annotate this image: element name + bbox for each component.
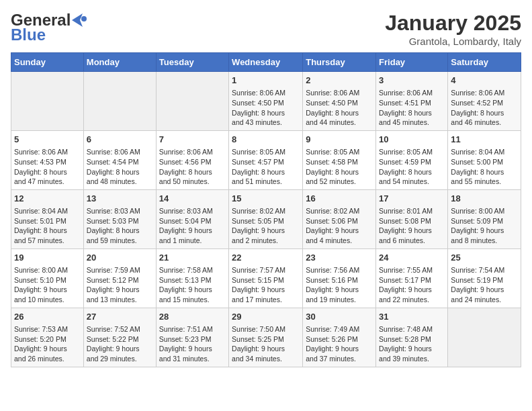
- calendar-cell: 12Sunrise: 8:04 AM Sunset: 5:01 PM Dayli…: [11, 189, 84, 248]
- day-info: Sunrise: 8:04 AM Sunset: 5:00 PM Dayligh…: [451, 147, 518, 187]
- calendar-cell: 26Sunrise: 7:53 AM Sunset: 5:20 PM Dayli…: [11, 308, 84, 367]
- calendar-cell: 16Sunrise: 8:02 AM Sunset: 5:06 PM Dayli…: [303, 189, 376, 248]
- day-number: 5: [14, 134, 81, 146]
- day-info: Sunrise: 8:06 AM Sunset: 4:56 PM Dayligh…: [159, 147, 226, 187]
- day-info: Sunrise: 7:49 AM Sunset: 5:26 PM Dayligh…: [306, 324, 373, 364]
- calendar-cell: [83, 72, 156, 131]
- calendar-week-2: 5Sunrise: 8:06 AM Sunset: 4:53 PM Daylig…: [11, 130, 521, 189]
- calendar-cell: 31Sunrise: 7:48 AM Sunset: 5:28 PM Dayli…: [376, 308, 448, 367]
- logo-bird-icon: [72, 13, 87, 27]
- calendar-cell: 6Sunrise: 8:06 AM Sunset: 4:54 PM Daylig…: [83, 130, 156, 189]
- calendar-cell: 24Sunrise: 7:55 AM Sunset: 5:17 PM Dayli…: [376, 248, 448, 308]
- day-number: 4: [451, 75, 518, 87]
- weekday-header-monday: Monday: [83, 53, 156, 72]
- title-block: January 2025 Grantola, Lombardy, Italy: [385, 11, 521, 47]
- weekday-header-row: SundayMondayTuesdayWednesdayThursdayFrid…: [11, 53, 521, 72]
- calendar-week-3: 12Sunrise: 8:04 AM Sunset: 5:01 PM Dayli…: [11, 189, 521, 248]
- calendar-cell: 13Sunrise: 8:03 AM Sunset: 5:03 PM Dayli…: [83, 189, 156, 248]
- calendar-cell: [156, 72, 228, 131]
- day-number: 7: [159, 134, 226, 146]
- logo: General Blue: [11, 11, 87, 44]
- svg-point-1: [81, 16, 87, 21]
- day-number: 28: [159, 311, 226, 323]
- day-number: 1: [232, 75, 300, 87]
- day-number: 22: [232, 252, 300, 264]
- day-number: 2: [306, 75, 373, 87]
- day-info: Sunrise: 8:03 AM Sunset: 5:03 PM Dayligh…: [87, 206, 153, 246]
- day-number: 3: [379, 75, 445, 87]
- calendar-cell: [11, 72, 84, 131]
- calendar-week-5: 26Sunrise: 7:53 AM Sunset: 5:20 PM Dayli…: [11, 308, 521, 367]
- calendar-cell: 25Sunrise: 7:54 AM Sunset: 5:19 PM Dayli…: [448, 248, 521, 308]
- day-number: 14: [159, 193, 226, 205]
- calendar-cell: 28Sunrise: 7:51 AM Sunset: 5:23 PM Dayli…: [156, 308, 228, 367]
- day-info: Sunrise: 7:55 AM Sunset: 5:17 PM Dayligh…: [379, 265, 445, 305]
- day-info: Sunrise: 7:56 AM Sunset: 5:16 PM Dayligh…: [306, 265, 373, 305]
- calendar-cell: 29Sunrise: 7:50 AM Sunset: 5:25 PM Dayli…: [229, 308, 303, 367]
- calendar-cell: 18Sunrise: 8:00 AM Sunset: 5:09 PM Dayli…: [448, 189, 521, 248]
- calendar-cell: 3Sunrise: 8:06 AM Sunset: 4:51 PM Daylig…: [376, 72, 448, 131]
- day-info: Sunrise: 7:53 AM Sunset: 5:20 PM Dayligh…: [14, 324, 81, 364]
- day-number: 9: [306, 134, 373, 146]
- calendar-cell: 1Sunrise: 8:06 AM Sunset: 4:50 PM Daylig…: [229, 72, 303, 131]
- day-info: Sunrise: 7:59 AM Sunset: 5:12 PM Dayligh…: [87, 265, 153, 305]
- calendar-cell: 15Sunrise: 8:02 AM Sunset: 5:05 PM Dayli…: [229, 189, 303, 248]
- calendar-week-4: 19Sunrise: 8:00 AM Sunset: 5:10 PM Dayli…: [11, 248, 521, 308]
- day-number: 24: [379, 252, 445, 264]
- day-number: 27: [87, 311, 153, 323]
- calendar-cell: 23Sunrise: 7:56 AM Sunset: 5:16 PM Dayli…: [303, 248, 376, 308]
- day-info: Sunrise: 8:06 AM Sunset: 4:53 PM Dayligh…: [14, 147, 81, 187]
- day-number: 19: [14, 252, 81, 264]
- weekday-header-tuesday: Tuesday: [156, 53, 228, 72]
- day-info: Sunrise: 8:05 AM Sunset: 4:57 PM Dayligh…: [232, 147, 300, 187]
- day-number: 21: [159, 252, 226, 264]
- day-info: Sunrise: 7:52 AM Sunset: 5:22 PM Dayligh…: [87, 324, 153, 364]
- calendar-table: SundayMondayTuesdayWednesdayThursdayFrid…: [11, 52, 521, 367]
- day-info: Sunrise: 8:05 AM Sunset: 4:59 PM Dayligh…: [379, 147, 445, 187]
- day-info: Sunrise: 7:50 AM Sunset: 5:25 PM Dayligh…: [232, 324, 300, 364]
- day-number: 30: [306, 311, 373, 323]
- day-info: Sunrise: 8:00 AM Sunset: 5:09 PM Dayligh…: [451, 206, 518, 246]
- calendar-cell: 27Sunrise: 7:52 AM Sunset: 5:22 PM Dayli…: [83, 308, 156, 367]
- page-header: General Blue January 2025 Grantola, Lomb…: [11, 11, 521, 47]
- calendar-cell: 5Sunrise: 8:06 AM Sunset: 4:53 PM Daylig…: [11, 130, 84, 189]
- day-number: 31: [379, 311, 445, 323]
- calendar-cell: 9Sunrise: 8:05 AM Sunset: 4:58 PM Daylig…: [303, 130, 376, 189]
- day-info: Sunrise: 8:06 AM Sunset: 4:52 PM Dayligh…: [451, 88, 518, 128]
- weekday-header-friday: Friday: [376, 53, 448, 72]
- day-number: 8: [232, 134, 300, 146]
- day-number: 6: [87, 134, 153, 146]
- day-number: 17: [379, 193, 445, 205]
- calendar-cell: 19Sunrise: 8:00 AM Sunset: 5:10 PM Dayli…: [11, 248, 84, 308]
- weekday-header-wednesday: Wednesday: [229, 53, 303, 72]
- day-info: Sunrise: 8:06 AM Sunset: 4:51 PM Dayligh…: [379, 88, 445, 128]
- day-number: 18: [451, 193, 518, 205]
- day-info: Sunrise: 7:54 AM Sunset: 5:19 PM Dayligh…: [451, 265, 518, 305]
- day-info: Sunrise: 8:03 AM Sunset: 5:04 PM Dayligh…: [159, 206, 226, 246]
- day-info: Sunrise: 8:01 AM Sunset: 5:08 PM Dayligh…: [379, 206, 445, 246]
- location: Grantola, Lombardy, Italy: [385, 36, 521, 47]
- calendar-cell: 14Sunrise: 8:03 AM Sunset: 5:04 PM Dayli…: [156, 189, 228, 248]
- month-title: January 2025: [385, 11, 521, 36]
- day-number: 25: [451, 252, 518, 264]
- weekday-header-thursday: Thursday: [303, 53, 376, 72]
- day-info: Sunrise: 8:02 AM Sunset: 5:06 PM Dayligh…: [306, 206, 373, 246]
- day-info: Sunrise: 7:57 AM Sunset: 5:15 PM Dayligh…: [232, 265, 300, 305]
- day-number: 11: [451, 134, 518, 146]
- calendar-cell: 11Sunrise: 8:04 AM Sunset: 5:00 PM Dayli…: [448, 130, 521, 189]
- calendar-cell: 30Sunrise: 7:49 AM Sunset: 5:26 PM Dayli…: [303, 308, 376, 367]
- calendar-cell: 17Sunrise: 8:01 AM Sunset: 5:08 PM Dayli…: [376, 189, 448, 248]
- day-number: 16: [306, 193, 373, 205]
- day-number: 15: [232, 193, 300, 205]
- day-info: Sunrise: 8:06 AM Sunset: 4:50 PM Dayligh…: [306, 88, 373, 128]
- calendar-cell: 2Sunrise: 8:06 AM Sunset: 4:50 PM Daylig…: [303, 72, 376, 131]
- calendar-cell: 21Sunrise: 7:58 AM Sunset: 5:13 PM Dayli…: [156, 248, 228, 308]
- day-info: Sunrise: 8:06 AM Sunset: 4:50 PM Dayligh…: [232, 88, 300, 128]
- day-info: Sunrise: 8:00 AM Sunset: 5:10 PM Dayligh…: [14, 265, 81, 305]
- day-number: 29: [232, 311, 300, 323]
- day-info: Sunrise: 8:06 AM Sunset: 4:54 PM Dayligh…: [87, 147, 153, 187]
- day-info: Sunrise: 8:05 AM Sunset: 4:58 PM Dayligh…: [306, 147, 373, 187]
- calendar-cell: [448, 308, 521, 367]
- weekday-header-sunday: Sunday: [11, 53, 84, 72]
- weekday-header-saturday: Saturday: [448, 53, 521, 72]
